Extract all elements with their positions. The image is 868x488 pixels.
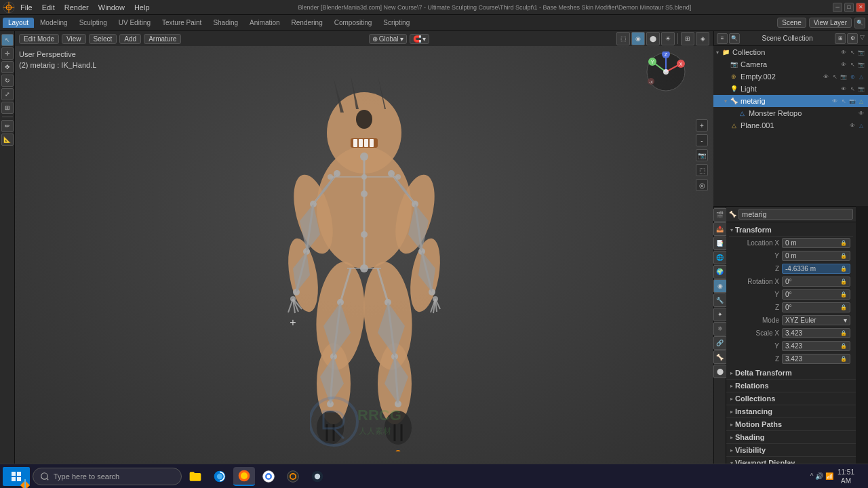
scale-x-value[interactable]: 3.423 🔒 (782, 328, 850, 338)
prop-tab-data[interactable]: 🦴 (713, 350, 727, 364)
rotation-x-value[interactable]: 0° 🔒 (782, 277, 850, 287)
tool-measure[interactable]: 📐 (1, 134, 14, 146)
outliner-item-monster-retopo[interactable]: ▸ △ Monster Retopo 👁 (713, 107, 868, 119)
minimize-button[interactable]: ─ (833, 3, 842, 12)
tool-rotate[interactable]: ↻ (1, 75, 14, 87)
rotation-z-value[interactable]: 0° 🔒 (782, 302, 850, 312)
viewport-overlay[interactable]: ⊞ (681, 32, 694, 45)
maximize-button[interactable]: □ (844, 3, 854, 12)
outliner-item-metarig[interactable]: ▾ 🦴 metarig 👁 ↖ 📷 △ (713, 95, 868, 107)
vis-render[interactable]: 📷 (857, 60, 865, 68)
vis-select[interactable]: ↖ (848, 60, 856, 68)
tool-annotate[interactable]: ✏ (1, 120, 14, 132)
viewport-shading-render[interactable]: ☀ (661, 32, 675, 45)
tool-scale[interactable]: ⤢ (1, 88, 14, 100)
viewport-shading-wire[interactable]: ⬚ (616, 32, 630, 45)
search-icon[interactable]: 🔍 (854, 18, 865, 28)
outliner-item-plane[interactable]: ▸ △ Plane.001 👁 △ (713, 119, 868, 131)
ws-tab-compositing[interactable]: Compositing (329, 18, 378, 28)
instancing-header[interactable]: ▸ Instancing (726, 405, 856, 418)
motion-paths-header[interactable]: ▸ Motion Paths (726, 418, 856, 431)
zoom-out-button[interactable]: - (696, 134, 708, 146)
tray-icons[interactable]: ^ 🔊 📶 (810, 472, 833, 480)
local-view-button[interactable]: ◎ (696, 179, 708, 191)
location-x-value[interactable]: 0 m 🔒 (782, 238, 850, 248)
3d-viewport[interactable]: Edit Mode View Select Add Armature ⊕Glob… (15, 31, 713, 464)
transform-space-dropdown[interactable]: ⊕Global▾ (369, 34, 407, 44)
prop-tab-particles[interactable]: ✦ (713, 308, 727, 321)
outliner-search[interactable]: 🔍 (729, 33, 740, 44)
vis-render[interactable]: 📷 (848, 97, 856, 105)
vis-hide[interactable]: 👁 (840, 85, 848, 93)
task-icon-edge[interactable] (209, 467, 231, 486)
camera-view-button[interactable]: 📷 (696, 149, 708, 161)
add-menu[interactable]: Add (119, 34, 141, 44)
perspective-ortho-button[interactable]: ⬚ (696, 164, 708, 176)
location-y-value[interactable]: 0 m 🔒 (782, 251, 850, 261)
view-mode-dropdown[interactable]: Edit Mode (19, 34, 59, 44)
prop-tab-modifier[interactable]: 🔧 (713, 293, 727, 307)
view-layer-selector[interactable]: View Layer (809, 18, 852, 28)
menu-edit[interactable]: Edit (38, 2, 59, 13)
vis-select[interactable]: ↖ (848, 85, 856, 93)
armature-menu[interactable]: Armature (144, 34, 181, 44)
tool-move[interactable]: ✥ (1, 61, 14, 73)
viewport-xray[interactable]: ◈ (696, 32, 709, 45)
ws-tab-rendering[interactable]: Rendering (286, 18, 328, 28)
prop-tab-physics[interactable]: ⚛ (713, 322, 727, 336)
outliner-item-light[interactable]: ▸ 💡 Light 👁 ↖ 📷 (713, 83, 868, 95)
location-z-value[interactable]: -4.6336 m 🔒 (782, 264, 850, 274)
taskbar-search[interactable]: Type here to search (33, 468, 182, 485)
prop-tab-constraints[interactable]: 🔗 (713, 336, 727, 350)
tool-select[interactable]: ↖ (1, 34, 14, 46)
tool-cursor[interactable]: ✛ (1, 47, 14, 60)
outliner-view-btn[interactable]: ⊞ (835, 33, 846, 44)
vis-render[interactable]: 📷 (857, 85, 865, 93)
vis-select[interactable]: ↖ (831, 73, 839, 81)
scale-z-value[interactable]: 3.423 🔒 (782, 354, 850, 364)
object-name-field[interactable]: metarig (738, 209, 853, 220)
ws-tab-shading[interactable]: Shading (208, 18, 243, 28)
viewport-shading-material[interactable]: ⬤ (646, 32, 660, 45)
outliner-filter[interactable]: ≡ (717, 33, 728, 44)
visibility-header[interactable]: ▸ Visibility (726, 444, 856, 457)
view-menu[interactable]: View (62, 34, 86, 44)
vis-hide[interactable]: 👁 (831, 97, 839, 105)
vis-hide[interactable]: 👁 (840, 48, 848, 56)
prop-tab-object[interactable]: ◉ (713, 279, 727, 293)
prop-tab-world[interactable]: 🌍 (713, 265, 727, 279)
vis-hide[interactable]: 👁 (822, 73, 830, 81)
transform-header[interactable]: ▾ Transform (729, 224, 853, 237)
outliner-filter-icon[interactable]: ▽ (859, 33, 865, 44)
viewport-display-header[interactable]: ▾ Viewport Display (726, 457, 856, 464)
rotation-mode-dropdown[interactable]: XYZ Euler ▾ (782, 315, 850, 325)
task-icon-steam[interactable] (307, 467, 328, 486)
ws-tab-animation[interactable]: Animation (244, 18, 285, 28)
ws-tab-modeling[interactable]: Modeling (35, 18, 73, 28)
prop-tab-scene[interactable]: 🌐 (713, 251, 727, 264)
snap-dropdown[interactable]: 🧲▾ (410, 34, 429, 44)
task-icon-firefox[interactable] (233, 467, 255, 486)
ws-tab-sculpting[interactable]: Sculpting (74, 18, 113, 28)
vis-hide[interactable]: 👁 (840, 60, 848, 68)
shading-header[interactable]: ▸ Shading (726, 431, 856, 444)
scale-y-value[interactable]: 3.423 🔒 (782, 341, 850, 351)
vis-select[interactable]: ↖ (840, 97, 848, 105)
prop-tab-view[interactable]: 📑 (713, 237, 727, 250)
prop-tab-render[interactable]: 🎬 (713, 208, 727, 222)
outliner-item-camera[interactable]: ▸ 📷 Camera 👁 ↖ 📷 (713, 58, 868, 70)
zoom-in-button[interactable]: + (696, 119, 708, 131)
task-icon-chrome[interactable] (258, 467, 279, 486)
ws-tab-layout[interactable]: Layout (3, 18, 34, 28)
menu-file[interactable]: File (16, 2, 37, 13)
vis-select[interactable]: ↖ (848, 48, 856, 56)
menu-help[interactable]: Help (130, 2, 154, 13)
ws-tab-scripting[interactable]: Scripting (378, 18, 415, 28)
select-menu[interactable]: Select (89, 34, 117, 44)
rotation-y-value[interactable]: 0° 🔒 (782, 289, 850, 300)
collections-header[interactable]: ▸ Collections (726, 392, 856, 405)
ws-tab-uv[interactable]: UV Editing (113, 18, 156, 28)
menu-window[interactable]: Window (94, 2, 129, 13)
outliner-item-empty[interactable]: ▸ ⊕ Empty.002 👁 ↖ 📷 ⊕ △ (713, 70, 868, 83)
prop-tab-output[interactable]: 📤 (713, 222, 727, 236)
